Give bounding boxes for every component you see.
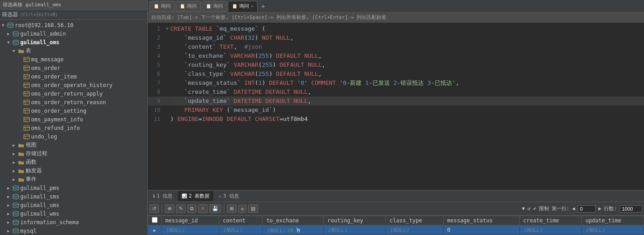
expand-icon-14[interactable]: ▶ <box>13 143 17 147</box>
sidebar-tree-item-11[interactable]: oms_payment_info <box>0 115 147 124</box>
sidebar-tree-item-14[interactable]: ▶视图 <box>0 141 147 149</box>
line-content-8[interactable]: `create_time` DATETIME DEFAULT NULL, <box>170 88 644 97</box>
expand-icon-23[interactable]: ▶ <box>7 220 12 225</box>
expand-icon-22[interactable]: ▶ <box>7 212 12 216</box>
expand-icon-24[interactable]: ▶ <box>7 229 12 233</box>
code-editor[interactable]: 1▼CREATE TABLE `mq_message` (2 `message_… <box>148 23 644 190</box>
table-header-checkbox[interactable] <box>148 216 162 226</box>
prev-btn[interactable]: ◀ <box>572 206 575 212</box>
cell-content-0[interactable]: (NULL) <box>219 226 263 235</box>
line-content-3[interactable]: `content` TEXT, #json <box>170 42 644 51</box>
toolbar-btn-add[interactable]: ⊕ <box>165 204 174 213</box>
line-content-4[interactable]: `to_exchane` VARCHAR(255) DEFAULT NULL, <box>170 51 644 60</box>
sidebar-tree-item-6[interactable]: oms_order_item <box>0 72 147 81</box>
tab-1[interactable]: 📋询问 <box>176 1 201 12</box>
tab-2[interactable]: 📋询问 <box>202 1 227 12</box>
refresh-icon[interactable]: ↺ <box>527 206 531 212</box>
expand-icon-7[interactable] <box>18 83 23 88</box>
tab-3[interactable]: 📋询问✕ <box>228 1 258 12</box>
cell-class_type-0[interactable]: (NULL) <box>386 226 444 235</box>
sidebar-tree-item-5[interactable]: oms_order <box>0 64 147 72</box>
expand-icon-5[interactable] <box>18 66 23 70</box>
tab-add-button[interactable]: + <box>259 3 268 10</box>
filter-icon[interactable]: ▼ <box>522 206 525 212</box>
expand-icon-9[interactable] <box>18 100 23 105</box>
line-content-11[interactable]: ) ENGINE=INNODB DEFAULT CHARSET=utf8mb4 <box>170 115 644 124</box>
expand-icon-6[interactable] <box>18 74 23 79</box>
sidebar-tree-item-8[interactable]: oms_order_return_apply <box>0 89 147 98</box>
toolbar-btn-columns[interactable]: ▤ <box>248 204 258 213</box>
sidebar-tree-item-1[interactable]: ▶gulimall_admin <box>0 29 147 38</box>
cell-message_status-0[interactable]: 0 <box>443 226 519 235</box>
expand-icon-0[interactable]: ▼ <box>2 23 6 28</box>
expand-icon-18[interactable]: ▶ <box>13 177 17 182</box>
expand-icon-11[interactable] <box>18 117 23 122</box>
sidebar-tree-item-9[interactable]: oms_order_return_reason <box>0 98 147 106</box>
tab-0[interactable]: 📋询问 <box>150 1 175 12</box>
expand-icon-3[interactable]: ▼ <box>13 49 17 53</box>
sidebar-tree-item-2[interactable]: ▼gulimall_oms <box>0 38 147 46</box>
sidebar-tree-item-20[interactable]: ▶gulimall_sms <box>0 192 147 201</box>
sidebar-tree-item-23[interactable]: ▶information_schema <box>0 218 147 226</box>
code-line-7[interactable]: 7 `message_status` INT(1) DEFAULT '0' CO… <box>148 78 644 88</box>
expand-icon-4[interactable] <box>18 57 23 62</box>
limit-checkbox-icon[interactable]: ✔ <box>533 206 536 212</box>
row-count-input[interactable] <box>620 205 642 212</box>
line-content-1[interactable]: CREATE TABLE `mq_message` ( <box>170 24 644 33</box>
code-line-8[interactable]: 8 `create_time` DATETIME DEFAULT NULL, <box>148 88 644 97</box>
line-content-2[interactable]: `message_id` CHAR(32) NOT NULL, <box>170 33 644 42</box>
line-content-9[interactable]: `update_time` DATETIME DEFAULT NULL, <box>170 97 644 106</box>
expand-icon-15[interactable]: ▶ <box>13 152 17 156</box>
expand-icon-20[interactable]: ▶ <box>7 194 12 199</box>
code-line-11[interactable]: 11) ENGINE=INNODB DEFAULT CHARSET=utf8mb… <box>148 115 644 124</box>
sidebar-tree-item-0[interactable]: ▼root@192.168.56.10 <box>0 21 147 29</box>
expand-icon-1[interactable]: ▶ <box>7 32 12 36</box>
sidebar-filter[interactable]: 筛选器 (Ctrl+Shift+B) <box>0 10 147 20</box>
sidebar-tree-item-21[interactable]: ▶gulimall_ums <box>0 201 147 209</box>
code-line-1[interactable]: 1▼CREATE TABLE `mq_message` ( <box>148 24 644 33</box>
toolbar-btn-list[interactable]: ≡ <box>238 205 246 213</box>
toolbar-btn-edit[interactable]: ✎ <box>176 204 186 213</box>
first-row-input[interactable] <box>578 205 596 212</box>
cell-update_time-0[interactable]: (NULL) <box>581 226 644 235</box>
sidebar-tree-item-10[interactable]: oms_order_setting <box>0 106 147 115</box>
sidebar-tree-item-22[interactable]: ▶gulimall_wms <box>0 209 147 218</box>
code-line-10[interactable]: 10 PRIMARY KEY (`message_id`) <box>148 106 644 115</box>
code-line-2[interactable]: 2 `message_id` CHAR(32) NOT NULL, <box>148 33 644 42</box>
line-content-10[interactable]: PRIMARY KEY (`message_id`) <box>170 106 644 115</box>
sidebar-tree-item-17[interactable]: ▶触发器 <box>0 166 147 175</box>
sidebar-tree-item-24[interactable]: ▶mysql <box>0 226 147 235</box>
expand-icon-13[interactable] <box>18 134 23 139</box>
line-content-5[interactable]: `routing_key` VARCHAR(255) DEFAULT NULL, <box>170 60 644 69</box>
sidebar-tree-item-19[interactable]: ▶gulimall_pms <box>0 184 147 192</box>
bottom-tab-2[interactable]: ⚠3 信息 <box>215 191 243 201</box>
next-btn[interactable]: ▶ <box>599 206 602 212</box>
code-line-3[interactable]: 3 `content` TEXT, #json <box>148 42 644 51</box>
expand-icon-10[interactable] <box>18 109 23 113</box>
cell-to_exchane2-0[interactable]: (NULL)OK🖱 <box>263 226 324 235</box>
code-line-6[interactable]: 6 `class_type` VARCHAR(255) DEFAULT NULL… <box>148 69 644 78</box>
bottom-tab-1[interactable]: 📊2 表数据 <box>178 191 213 201</box>
table-row-0[interactable]: ▶(NULL)(NULL)(NULL)OK🖱(NULL)(NULL)0(NULL… <box>148 226 644 235</box>
cell-message_id-0[interactable]: (NULL) <box>162 226 219 235</box>
sidebar-tree-item-4[interactable]: mq_message <box>0 55 147 64</box>
sidebar-tree-item-7[interactable]: oms_order_operate_history <box>0 81 147 89</box>
expand-icon-2[interactable]: ▼ <box>7 40 12 45</box>
toolbar-btn-delete[interactable]: ✕ <box>198 204 208 213</box>
line-expand-1[interactable]: ▼ <box>164 24 170 33</box>
cell-routing_key-0[interactable]: (NULL) <box>324 226 386 235</box>
bottom-tab-0[interactable]: ℹ1 信息 <box>150 191 176 201</box>
expand-icon-19[interactable]: ▶ <box>7 186 12 190</box>
expand-icon-8[interactable] <box>18 92 23 96</box>
sidebar-tree-item-13[interactable]: undo_log <box>0 132 147 141</box>
expand-icon-12[interactable] <box>18 126 23 130</box>
sidebar-tree-item-3[interactable]: ▼表 <box>0 46 147 55</box>
line-content-7[interactable]: `message_status` INT(1) DEFAULT '0' COMM… <box>170 78 644 88</box>
sidebar-tree-item-12[interactable]: oms_refund_info <box>0 124 147 132</box>
line-content-6[interactable]: `class_type` VARCHAR(255) DEFAULT NULL, <box>170 69 644 78</box>
code-line-4[interactable]: 4 `to_exchane` VARCHAR(255) DEFAULT NULL… <box>148 51 644 60</box>
expand-icon-16[interactable]: ▶ <box>13 160 17 165</box>
code-line-5[interactable]: 5 `routing_key` VARCHAR(255) DEFAULT NUL… <box>148 60 644 69</box>
expand-icon-21[interactable]: ▶ <box>7 203 12 207</box>
sidebar-tree-item-15[interactable]: ▶存储过程 <box>0 149 147 158</box>
